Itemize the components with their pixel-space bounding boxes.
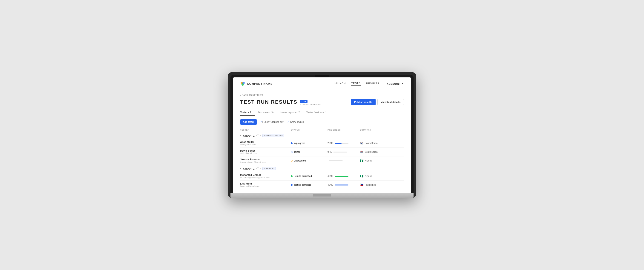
- th-status: STATUS: [291, 129, 328, 131]
- tester-mohamed-status: Results published: [291, 175, 328, 177]
- remaining-text: 5 HOURS REMAINING: [300, 103, 321, 105]
- show-invited-checkbox[interactable]: [287, 121, 289, 123]
- status-dot-joined: [291, 151, 292, 153]
- status-dot-published: [291, 175, 292, 177]
- table-row: Mohamed Granec mohamedgranec12@email.com…: [240, 172, 404, 181]
- chevron-left-icon: ‹: [240, 94, 241, 96]
- tab-testers[interactable]: Testers 7: [240, 109, 254, 116]
- progress-bar-bg: [335, 185, 348, 185]
- group-1-chevron[interactable]: ▾: [240, 134, 241, 137]
- group-1-row: ▾ GROUP 1 3 iPhone 13, iOS 13.6: [240, 132, 404, 139]
- group-1-tag: iPhone 13, iOS 13.6: [262, 134, 284, 137]
- screen-bezel: COMPANY NAME LAUNCH TESTS RESULTS ACCOUN…: [230, 75, 414, 193]
- tester-alice-country: 🇰🇷 South Korea: [360, 142, 392, 145]
- nav-links: LAUNCH TESTS RESULTS: [334, 82, 379, 86]
- flag-icon: 🇳🇬: [360, 159, 364, 162]
- testers-table: TESTER STATUS PROGRESS COUNTRY ▾ GROUP 1…: [240, 128, 404, 189]
- toolbar: Add tester Show 'Dropped out' Show 'Invi…: [240, 119, 404, 125]
- tester-mohamed-info: Mohamed Granec mohamedgranec12@email.com: [240, 174, 291, 179]
- table-header: TESTER STATUS PROGRESS COUNTRY: [240, 128, 404, 132]
- svg-point-4: [257, 168, 258, 169]
- tester-lisa-name: Lisa Mont: [240, 182, 291, 185]
- tester-mohamed-country: 🇳🇬 Nigeria: [360, 174, 392, 178]
- table-row: Jessica Pissaco jessica.pissaco@email.co…: [240, 157, 404, 165]
- progress-bar-fill: [329, 160, 330, 161]
- svg-point-3: [257, 135, 258, 136]
- flag-icon: 🇰🇷: [360, 150, 364, 154]
- progress-bar-bg: [335, 176, 348, 177]
- header-actions: Publish results View test details: [351, 99, 404, 105]
- show-invited-checkbox-label[interactable]: Show 'Invited': [287, 121, 304, 123]
- trackpad: [313, 194, 331, 197]
- tester-jessica-progress: [328, 160, 360, 161]
- navbar: COMPANY NAME LAUNCH TESTS RESULTS ACCOUN…: [233, 77, 411, 90]
- title-area: TEST RUN RESULTS LIVE 5 HOURS REMAINING: [240, 99, 321, 105]
- tester-lisa-country: 🇵🇭 Philippines: [360, 183, 392, 187]
- progress-bar-bg: [329, 160, 343, 161]
- live-badge: LIVE: [300, 100, 308, 103]
- laptop-frame: COMPANY NAME LAUNCH TESTS RESULTS ACCOUN…: [228, 72, 416, 198]
- tab-testers-count: 7: [250, 111, 252, 113]
- group-1-label: GROUP 1: [243, 134, 254, 137]
- tester-david-progress: 0/40: [328, 151, 360, 153]
- tester-mohamed-email: mohamedgranec12@email.com: [240, 177, 291, 179]
- tab-feedback-count: 1: [325, 111, 326, 114]
- tester-david-email: david@email.com: [240, 152, 291, 155]
- nav-launch[interactable]: LAUNCH: [334, 82, 346, 86]
- table-row: Lisa Mont lisamont@email.com Testing com…: [240, 181, 404, 189]
- tester-david-info: David Berlot david@email.com: [240, 149, 291, 155]
- view-test-details-button[interactable]: View test details: [378, 99, 404, 105]
- tester-alice-info: Alice Muller alice@email.com: [240, 141, 291, 146]
- back-link[interactable]: ‹ BACK TO RESULTS: [240, 94, 404, 96]
- show-dropped-checkbox-label[interactable]: Show 'Dropped out': [260, 121, 284, 123]
- group-2-count-icon: 4: [256, 168, 260, 170]
- tester-lisa-status: Testing complete: [291, 184, 328, 186]
- status-dot-in-progress: [291, 142, 292, 144]
- page-content: ‹ BACK TO RESULTS TEST RUN RESULTS LIVE …: [233, 90, 411, 193]
- flag-icon: 🇵🇭: [360, 183, 364, 187]
- tester-lisa-info: Lisa Mont lisamont@email.com: [240, 182, 291, 188]
- nav-account[interactable]: ACCOUNT ▼: [387, 82, 404, 85]
- page-header: TEST RUN RESULTS LIVE 5 HOURS REMAINING …: [240, 99, 404, 105]
- status-dot-dropped: [291, 160, 292, 162]
- brand-logo-icon: [240, 81, 245, 86]
- page-title: TEST RUN RESULTS: [240, 99, 298, 105]
- tab-test-cases-count: 40: [271, 111, 274, 114]
- tab-test-cases[interactable]: Test cases 40: [258, 109, 277, 116]
- group-2-chevron[interactable]: ▾: [240, 168, 241, 170]
- tester-jessica-status: Dropped out: [291, 159, 328, 162]
- tester-alice-status: In progress: [291, 142, 328, 145]
- publish-results-button[interactable]: Publish results: [351, 99, 376, 105]
- tester-lisa-email: lisamont@email.com: [240, 185, 291, 188]
- brand-name: COMPANY NAME: [247, 82, 272, 85]
- tab-issues-reported[interactable]: Issues reported 7: [280, 109, 303, 116]
- tab-tester-feedback[interactable]: Tester feedback 1: [306, 109, 330, 116]
- tester-david-country: 🇰🇷 South Korea: [360, 150, 392, 154]
- progress-bar-fill: [335, 143, 342, 144]
- nav-tests[interactable]: TESTS: [351, 82, 360, 86]
- table-row: Alice Muller alice@email.com In progress…: [240, 139, 404, 148]
- chevron-down-icon: ▼: [402, 83, 404, 85]
- tester-jessica-email: jessica.pissaco@email.com: [240, 161, 291, 163]
- nav-results[interactable]: RESULTS: [366, 82, 380, 86]
- tester-mohamed-progress: 40/40: [328, 175, 360, 177]
- tester-jessica-info: Jessica Pissaco jessica.pissaco@email.co…: [240, 158, 291, 163]
- group-2-row: ▾ GROUP 2 4 Android 10: [240, 165, 404, 172]
- tester-jessica-country: 🇳🇬 Nigeria: [360, 159, 392, 162]
- group-1-count-icon: 3: [256, 134, 260, 137]
- tester-lisa-progress: 40/40: [328, 184, 360, 186]
- laptop-base: [230, 193, 414, 198]
- add-tester-button[interactable]: Add tester: [240, 119, 257, 125]
- progress-bar-bg: [335, 143, 348, 144]
- live-status: LIVE 5 HOURS REMAINING: [300, 99, 321, 105]
- svg-point-2: [242, 83, 244, 86]
- flag-icon: 🇰🇷: [360, 142, 364, 145]
- brand: COMPANY NAME: [240, 81, 334, 86]
- tester-jessica-name: Jessica Pissaco: [240, 158, 291, 161]
- table-row: David Berlot david@email.com Joined 0/40: [240, 148, 404, 157]
- flag-icon: 🇳🇬: [360, 174, 364, 178]
- show-dropped-checkbox[interactable]: [260, 121, 263, 123]
- group-2-label: GROUP 2: [243, 168, 254, 170]
- progress-bar-fill: [335, 185, 348, 185]
- th-tester: TESTER: [240, 129, 291, 131]
